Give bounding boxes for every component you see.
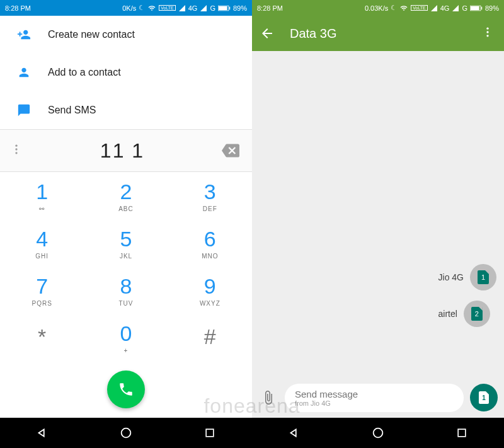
compose-input[interactable]: Send message from Jio 4G — [285, 384, 464, 412]
status-g: G — [210, 4, 215, 12]
create-contact-row[interactable]: Create new contact — [0, 16, 252, 54]
key-1[interactable]: 1⚯ — [0, 172, 84, 219]
key-7[interactable]: 7PQRS — [0, 267, 84, 314]
status-time: 8:28 PM — [5, 4, 31, 12]
moon-icon: ☾ — [391, 4, 397, 12]
messages-screen: 8:28 PM 0.03K/s ☾ VoLTE 4G G 89% Data 3G — [252, 0, 504, 448]
sim-1-chip[interactable]: Jio 4G 1 — [438, 264, 496, 290]
person-icon — [13, 66, 35, 79]
key-3[interactable]: 3DEF — [168, 172, 252, 219]
message-thread: Jio 4G 1 airtel 2 — [252, 51, 504, 377]
compose-row: Send message from Jio 4G 1 — [252, 377, 504, 418]
conversation-title: Data 3G — [290, 26, 481, 41]
status-speed: 0K/s — [122, 4, 136, 12]
key-6[interactable]: 6MNO — [168, 219, 252, 267]
key-4[interactable]: 4GHI — [0, 219, 84, 267]
status-speed: 0.03K/s — [365, 4, 388, 12]
key-0[interactable]: 0+ — [84, 314, 168, 361]
send-sms-label: Send SMS — [48, 105, 96, 116]
sim-1-icon: 1 — [470, 264, 496, 290]
nav-bar — [0, 418, 252, 448]
sim-2-label: airtel — [438, 309, 457, 319]
key-hash[interactable]: # — [168, 314, 252, 361]
app-bar: Data 3G — [252, 16, 504, 51]
nav-recent[interactable] — [191, 427, 229, 439]
add-to-contact-label: Add to a contact — [48, 67, 121, 78]
volte-icon: VoLTE — [411, 5, 428, 11]
status-4g: 4G — [440, 4, 450, 12]
status-icons: 0.03K/s ☾ VoLTE 4G G 89% — [365, 4, 499, 12]
key-2[interactable]: 2ABC — [84, 172, 168, 219]
signal-1-icon — [430, 4, 438, 12]
send-sim-icon: 1 — [479, 391, 489, 404]
svg-point-13 — [486, 35, 488, 37]
status-battery-pct: 89% — [233, 4, 247, 12]
sim-2-chip[interactable]: airtel 2 — [438, 301, 496, 327]
call-button[interactable] — [107, 370, 145, 408]
status-4g: 4G — [188, 4, 198, 12]
key-5[interactable]: 5JKL — [84, 219, 168, 267]
key-8[interactable]: 8TUV — [84, 267, 168, 314]
wifi-icon — [147, 4, 156, 12]
send-sms-row[interactable]: Send SMS — [0, 91, 252, 129]
svg-point-11 — [486, 28, 488, 30]
svg-point-3 — [15, 145, 17, 147]
battery-icon — [470, 4, 483, 12]
svg-rect-15 — [458, 429, 466, 437]
signal-2-icon — [200, 4, 207, 12]
sim-2-icon: 2 — [464, 301, 490, 327]
overflow-icon[interactable] — [10, 143, 25, 158]
sim-1-label: Jio 4G — [438, 272, 464, 282]
signal-2-icon — [452, 4, 459, 12]
svg-rect-9 — [471, 6, 479, 9]
key-star[interactable]: * — [0, 314, 84, 361]
svg-point-4 — [15, 148, 17, 150]
call-fab-row — [0, 361, 252, 418]
dialer-screen: 8:28 PM 0K/s ☾ VoLTE 4G G 89% — [0, 0, 252, 448]
status-icons: 0K/s ☾ VoLTE 4G G 89% — [122, 4, 247, 12]
dial-display: 11 1 — [0, 129, 252, 172]
overflow-menu[interactable] — [481, 26, 496, 41]
svg-point-14 — [374, 428, 383, 438]
svg-point-12 — [486, 31, 488, 33]
dialpad: 1⚯ 2ABC 3DEF 4GHI 5JKL 6MNO 7PQRS 8TUV 9… — [0, 172, 252, 361]
nav-home[interactable] — [359, 426, 397, 440]
entered-number: 11 1 — [25, 139, 219, 163]
backspace-button[interactable] — [219, 142, 242, 159]
sms-icon — [13, 103, 35, 117]
svg-rect-1 — [219, 6, 227, 9]
signal-1-icon — [178, 4, 186, 12]
nav-recent[interactable] — [443, 427, 481, 439]
key-9[interactable]: 9WXYZ — [168, 267, 252, 314]
status-g: G — [462, 4, 467, 12]
status-time: 8:28 PM — [257, 4, 283, 12]
moon-icon: ☾ — [139, 4, 145, 12]
battery-icon — [218, 4, 231, 12]
svg-point-5 — [15, 152, 17, 154]
add-to-contact-row[interactable]: Add to a contact — [0, 54, 252, 91]
status-battery-pct: 89% — [485, 4, 499, 12]
nav-home[interactable] — [107, 426, 145, 440]
person-add-icon — [13, 28, 35, 42]
nav-back[interactable] — [23, 426, 61, 440]
sim-selector: Jio 4G 1 airtel 2 — [438, 264, 496, 327]
nav-back[interactable] — [275, 426, 313, 440]
back-button[interactable] — [260, 26, 282, 41]
svg-rect-10 — [481, 6, 483, 9]
wifi-icon — [399, 4, 408, 12]
volte-icon: VoLTE — [159, 5, 176, 11]
status-bar: 8:28 PM 0K/s ☾ VoLTE 4G G 89% — [0, 0, 252, 16]
svg-rect-7 — [206, 429, 214, 437]
svg-rect-2 — [229, 6, 231, 9]
attach-button[interactable] — [258, 390, 278, 405]
nav-bar — [252, 418, 504, 448]
send-button[interactable]: 1 — [470, 384, 498, 411]
compose-sub: from Jio 4G — [295, 399, 454, 407]
svg-point-6 — [122, 428, 131, 438]
create-contact-label: Create new contact — [48, 29, 135, 40]
status-bar: 8:28 PM 0.03K/s ☾ VoLTE 4G G 89% — [252, 0, 504, 16]
contact-actions: Create new contact Add to a contact Send… — [0, 16, 252, 129]
compose-placeholder: Send message — [295, 389, 454, 399]
